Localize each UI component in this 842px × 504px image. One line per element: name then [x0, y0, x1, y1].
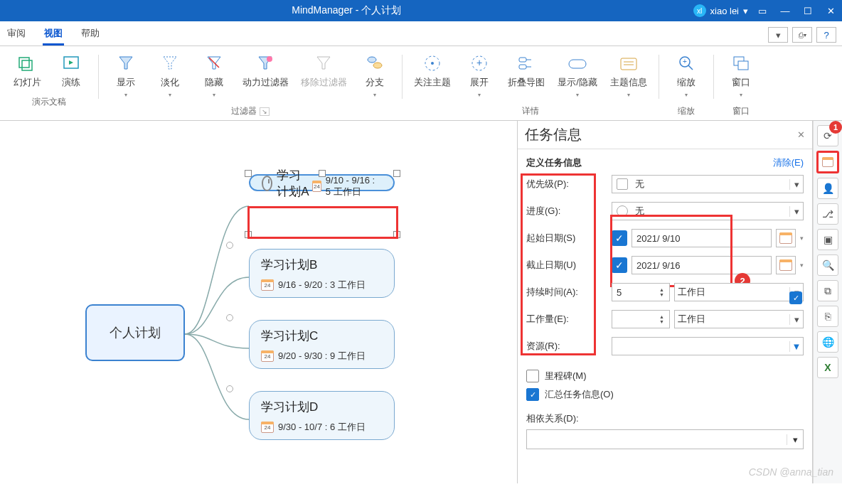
- selection-handle[interactable]: [393, 231, 400, 238]
- topic-title: 学习计划D: [261, 399, 318, 415]
- spinner-icon[interactable]: ▲▼: [659, 314, 669, 324]
- ribbon-group-zoom: +缩放▾ 缩放: [662, 50, 710, 120]
- spinner-icon[interactable]: ▲▼: [659, 287, 669, 297]
- close-button[interactable]: ✕: [819, 0, 842, 21]
- rehearse-button[interactable]: 演练: [51, 50, 91, 92]
- svg-marker-3: [69, 60, 73, 65]
- duedate-toggle[interactable]: ✓: [612, 257, 627, 273]
- svg-point-11: [368, 57, 376, 63]
- focus-icon: [422, 53, 442, 73]
- root-topic[interactable]: 个人计划: [85, 304, 185, 361]
- progress-circle-icon: [617, 205, 628, 217]
- fade-button[interactable]: 淡化▾: [150, 50, 190, 101]
- focus-button[interactable]: 关注主题: [410, 50, 455, 101]
- dock-icon-search[interactable]: 🔍: [817, 254, 838, 276]
- quickaccess-dropdown[interactable]: ▾: [768, 27, 788, 43]
- duration-input[interactable]: 5▲▼: [612, 283, 670, 301]
- dock-icon-globe[interactable]: 🌐: [817, 331, 838, 353]
- chevron-down-icon: ▾: [789, 206, 803, 217]
- selection-handle[interactable]: [245, 170, 252, 177]
- svg-rect-22: [621, 58, 636, 70]
- maximize-button[interactable]: ☐: [796, 0, 819, 21]
- chevron-down-icon[interactable]: ▾: [800, 235, 804, 242]
- chevron-down-icon: ▾: [743, 6, 748, 16]
- calendar-icon: 24: [261, 422, 274, 433]
- duedate-input[interactable]: 2021/ 9/16: [632, 256, 772, 274]
- window-icon: [731, 53, 751, 73]
- startdate-calendar-button[interactable]: [776, 229, 796, 247]
- calendar-icon: [779, 232, 792, 244]
- topic-plan-b[interactable]: 学习计划B 249/16 - 9/20 : 3 工作日: [249, 249, 395, 298]
- duration-checkchip[interactable]: ✓: [789, 291, 802, 304]
- help-button[interactable]: ?: [816, 27, 836, 43]
- duedate-calendar-button[interactable]: [776, 256, 796, 274]
- tab-view[interactable]: 视图: [43, 23, 64, 45]
- tab-review[interactable]: 审阅: [6, 23, 27, 45]
- panel-title: 任务信息: [525, 125, 797, 144]
- ruler-icon[interactable]: ⎙▾: [792, 27, 812, 43]
- priority-label: 优先级(P):: [526, 178, 612, 191]
- dock-icon-image[interactable]: ▣: [817, 229, 838, 250]
- priority-select[interactable]: 无▾: [612, 175, 804, 193]
- topic-title: 学习计划B: [261, 257, 317, 273]
- slides-button[interactable]: 幻灯片: [7, 50, 47, 92]
- connector-dot[interactable]: [226, 242, 233, 249]
- rollup-checkbox[interactable]: ✓: [526, 388, 539, 401]
- svg-rect-17: [519, 58, 526, 62]
- collapse-button[interactable]: 折叠导图: [503, 50, 549, 101]
- connector-dot[interactable]: [226, 314, 233, 321]
- dock-icon-layout[interactable]: ⧉: [817, 280, 838, 301]
- dock-icon-excel[interactable]: X: [817, 357, 838, 378]
- connector-dot[interactable]: [226, 385, 233, 392]
- ribbon-toggle-button[interactable]: ▭: [751, 0, 774, 21]
- dock-icon-copy[interactable]: ⎘: [817, 306, 838, 327]
- selection-handle[interactable]: [393, 170, 400, 177]
- expand-icon: +: [469, 53, 489, 73]
- account-area[interactable]: xl xiao lei ▾: [693, 4, 751, 17]
- selection-handle[interactable]: [245, 231, 252, 238]
- effort-unit-select[interactable]: 工作日▾: [674, 310, 804, 328]
- topicinfo-button[interactable]: 主题信息▾: [606, 50, 651, 101]
- zoom-button[interactable]: +缩放▾: [666, 50, 706, 101]
- showhide-button[interactable]: 显示/隐藏▾: [553, 50, 602, 101]
- panel-close-button[interactable]: ✕: [797, 129, 805, 140]
- expand-button[interactable]: +展开▾: [459, 50, 499, 101]
- dependency-select[interactable]: ▾: [526, 429, 804, 449]
- minimize-button[interactable]: —: [774, 0, 796, 21]
- dynfilter-button[interactable]: 动力过滤器: [238, 50, 292, 101]
- startdate-input[interactable]: 2021/ 9/10: [632, 229, 772, 247]
- effort-input[interactable]: ▲▼: [612, 310, 670, 328]
- filter-launcher-icon[interactable]: ↘: [260, 107, 270, 116]
- duration-label: 持续时间(A):: [526, 286, 612, 299]
- ribbon-group-filter: 显示▾ 淡化▾ 隐藏▾ 动力过滤器 移除过滤器 分支▾ 过滤器↘: [102, 50, 399, 120]
- chevron-down-icon[interactable]: ▾: [800, 262, 804, 269]
- priority-swatch-icon: [617, 178, 628, 190]
- tab-help[interactable]: 帮助: [80, 23, 101, 45]
- milestone-checkbox[interactable]: [526, 370, 539, 382]
- chevron-down-icon: ▾: [789, 314, 803, 325]
- topic-plan-c[interactable]: 学习计划C 249/20 - 9/30 : 9 工作日: [249, 320, 395, 369]
- branch-button[interactable]: 分支▾: [355, 50, 395, 101]
- show-button[interactable]: 显示▾: [106, 50, 146, 101]
- mindmap-canvas[interactable]: 个人计划 学习计划A 249/10 - 9/16 : 5 工作日 学习计划B 2…: [0, 121, 518, 483]
- svg-rect-21: [569, 60, 586, 68]
- milestone-label: 里程碑(M): [545, 370, 587, 382]
- window-button[interactable]: 窗口▾: [721, 50, 761, 101]
- startdate-toggle[interactable]: ✓: [612, 230, 627, 246]
- duration-unit-select[interactable]: 工作日▾: [674, 283, 804, 301]
- startdate-label: 起始日期(S): [526, 232, 612, 245]
- topic-plan-d[interactable]: 学习计划D 249/30 - 10/7 : 6 工作日: [249, 391, 395, 440]
- chevron-down-icon: ▾: [787, 434, 803, 445]
- progress-select[interactable]: 无▾: [612, 202, 804, 220]
- selection-handle[interactable]: [319, 170, 326, 177]
- funnel-power-icon: [255, 53, 275, 73]
- resources-input[interactable]: ▼: [612, 337, 804, 355]
- clear-link[interactable]: 清除(E): [773, 156, 804, 169]
- annotation-badge-1: 1: [829, 121, 842, 134]
- hide-button[interactable]: 隐藏▾: [194, 50, 234, 101]
- panel-subtitle: 定义任务信息: [526, 156, 582, 169]
- dock-icon-tree[interactable]: ⎇: [817, 203, 838, 225]
- removefilter-button: 移除过滤器: [297, 50, 351, 101]
- dock-icon-taskinfo[interactable]: [816, 151, 839, 173]
- dock-icon-person[interactable]: 👤: [817, 178, 838, 199]
